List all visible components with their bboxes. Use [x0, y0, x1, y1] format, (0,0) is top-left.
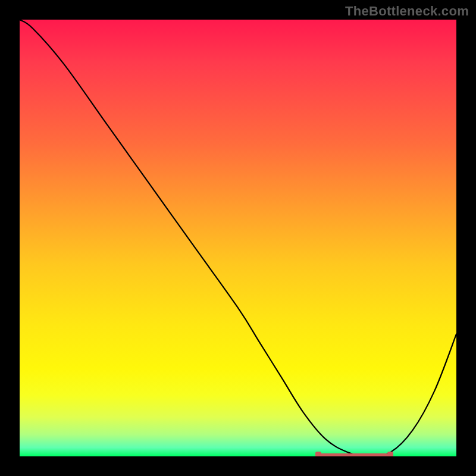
trough-marker-bar: [319, 453, 389, 456]
plot-area: [20, 20, 456, 456]
bottleneck-curve: [20, 20, 456, 456]
trough-marker-right-icon: [387, 452, 393, 456]
chart-root: TheBottleneck.com: [0, 0, 476, 476]
watermark-text: TheBottleneck.com: [345, 4, 469, 19]
curve-svg: [20, 20, 456, 456]
